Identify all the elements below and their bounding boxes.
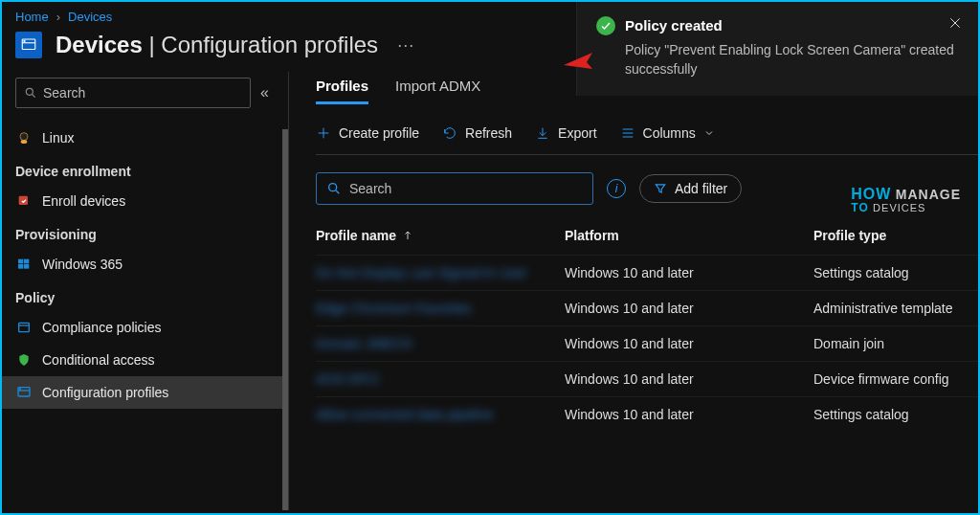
svg-rect-11 (18, 259, 23, 264)
refresh-button[interactable]: Refresh (442, 125, 512, 141)
toolbar-label: Refresh (465, 125, 512, 141)
sidebar: Search « Linux Device enrollment Enroll … (2, 72, 289, 510)
sidebar-item-label: Conditional access (42, 352, 155, 368)
table-row[interactable]: Do Not Display Last Signed-In UserWindow… (316, 255, 978, 290)
toolbar-label: Create profile (339, 125, 419, 141)
search-placeholder: Search (349, 181, 391, 196)
cell-platform: Windows 10 and later (565, 371, 813, 387)
windows-icon (15, 256, 33, 273)
cell-profile-name[interactable]: Do Not Display Last Signed-In User (316, 265, 565, 280)
chevron-right-icon: › (56, 10, 60, 24)
page-title: Devices | Configuration profiles (56, 32, 378, 58)
main-search-input[interactable]: Search (316, 172, 593, 205)
toast-title: Policy created (625, 17, 938, 34)
sidebar-item-linux[interactable]: Linux (2, 122, 282, 154)
breadcrumb-home[interactable]: Home (15, 10, 49, 24)
chevron-down-icon (703, 127, 715, 139)
page-title-sub: Configuration profiles (161, 32, 378, 57)
cell-platform: Windows 10 and later (565, 265, 813, 280)
toolbar-label: Columns (643, 125, 696, 141)
sidebar-item-enroll-devices[interactable]: Enroll devices (2, 185, 282, 217)
table-row[interactable]: AOS DFCIWindows 10 and laterDevice firmw… (316, 361, 978, 396)
add-filter-label: Add filter (675, 181, 727, 196)
sidebar-scrollbar[interactable] (282, 129, 288, 510)
cell-profile-type: Administrative template (813, 301, 978, 316)
cell-profile-name[interactable]: Allow connected data pipeline (316, 407, 565, 422)
svg-point-5 (24, 40, 25, 41)
info-button[interactable]: i (607, 179, 626, 198)
sidebar-item-label: Enroll devices (42, 193, 125, 209)
plus-icon (316, 125, 331, 141)
svg-line-7 (33, 95, 35, 98)
cell-profile-name[interactable]: Domain JMECH (316, 336, 565, 351)
sidebar-item-label: Windows 365 (42, 257, 122, 272)
sidebar-item-label: Compliance policies (42, 320, 162, 335)
cell-profile-name[interactable]: AOS DFCI (316, 371, 565, 387)
notification-toast: Policy created Policy "Prevent Enabling … (576, 2, 978, 96)
cell-profile-type: Domain join (813, 336, 978, 351)
enroll-icon (15, 192, 33, 210)
toolbar: Create profile Refresh Export Columns (316, 112, 978, 155)
profiles-icon (15, 384, 33, 401)
columns-button[interactable]: Columns (620, 125, 715, 141)
page-title-main: Devices (56, 32, 143, 57)
columns-icon (620, 125, 635, 141)
svg-point-19 (19, 389, 20, 390)
create-profile-button[interactable]: Create profile (316, 125, 419, 141)
sidebar-item-windows365[interactable]: Windows 365 (2, 248, 282, 280)
svg-rect-10 (19, 196, 28, 205)
svg-point-9 (21, 140, 28, 144)
table-row[interactable]: Domain JMECHWindows 10 and laterDomain j… (316, 325, 978, 361)
table-body: Do Not Display Last Signed-In UserWindow… (316, 255, 978, 432)
svg-line-28 (336, 190, 339, 193)
linux-icon (15, 129, 33, 146)
toast-message: Policy "Prevent Enabling Lock Screen Cam… (596, 35, 963, 78)
table-header: Profile name Platform Profile type (316, 222, 978, 255)
cell-platform: Windows 10 and later (565, 336, 813, 351)
main-content: Profiles Import ADMX Create profile Refr… (289, 72, 978, 510)
compliance-icon (15, 319, 33, 336)
sidebar-item-label: Configuration profiles (42, 385, 168, 400)
devices-page-icon (15, 32, 42, 58)
column-header-name[interactable]: Profile name (316, 228, 565, 243)
shield-icon (15, 351, 33, 369)
sidebar-item-configuration-profiles[interactable]: Configuration profiles (2, 376, 282, 409)
svg-point-8 (20, 133, 28, 141)
cell-profile-type: Settings catalog (813, 265, 978, 280)
column-header-platform[interactable]: Platform (565, 228, 813, 243)
sidebar-group-enrollment: Device enrollment (2, 154, 282, 185)
sidebar-item-conditional-access[interactable]: Conditional access (2, 344, 282, 376)
svg-rect-13 (18, 264, 23, 269)
toast-close-button[interactable] (947, 15, 963, 35)
cell-profile-type: Settings catalog (813, 407, 978, 422)
cell-platform: Windows 10 and later (565, 407, 813, 422)
cell-platform: Windows 10 and later (565, 301, 813, 316)
svg-rect-15 (19, 323, 30, 331)
sidebar-group-provisioning: Provisioning (2, 217, 282, 248)
breadcrumb-devices[interactable]: Devices (68, 10, 112, 24)
sidebar-item-label: Linux (42, 130, 74, 146)
svg-rect-14 (24, 264, 29, 269)
sidebar-group-policy: Policy (2, 280, 282, 311)
export-button[interactable]: Export (535, 125, 596, 141)
sidebar-search-placeholder: Search (43, 85, 85, 101)
svg-marker-0 (564, 53, 592, 69)
tab-profiles[interactable]: Profiles (316, 78, 368, 104)
success-check-icon (596, 16, 615, 35)
add-filter-button[interactable]: Add filter (639, 174, 742, 203)
svg-point-6 (26, 88, 33, 95)
annotation-arrow (554, 48, 592, 77)
cell-profile-name[interactable]: Edge Chromium Favorites (316, 301, 565, 316)
svg-point-27 (329, 184, 337, 191)
table-row[interactable]: Edge Chromium FavoritesWindows 10 and la… (316, 290, 978, 325)
sidebar-item-compliance[interactable]: Compliance policies (2, 311, 282, 344)
more-icon[interactable]: ··· (391, 35, 414, 56)
table-row[interactable]: Allow connected data pipelineWindows 10 … (316, 396, 978, 432)
cell-profile-type: Device firmware config (813, 371, 978, 387)
collapse-sidebar-button[interactable]: « (260, 84, 269, 101)
tab-import-admx[interactable]: Import ADMX (395, 78, 480, 104)
sidebar-search-input[interactable]: Search (15, 78, 251, 108)
toolbar-label: Export (558, 125, 596, 141)
column-header-type[interactable]: Profile type (813, 228, 978, 243)
svg-rect-12 (24, 259, 29, 264)
